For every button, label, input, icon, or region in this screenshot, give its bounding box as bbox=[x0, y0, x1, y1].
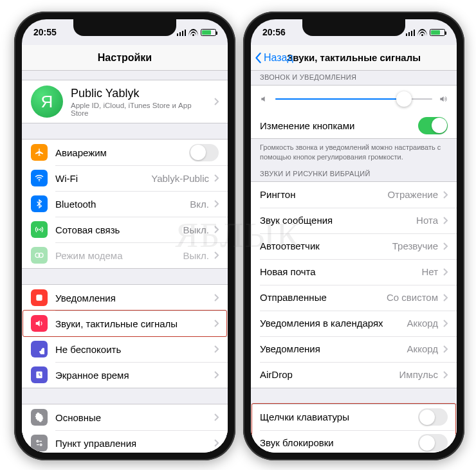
chevron-right-icon bbox=[214, 371, 219, 379]
navbar: Назад Звуки, тактильные сигналы bbox=[251, 45, 457, 71]
chevron-right-icon bbox=[214, 294, 219, 302]
volume-low-icon bbox=[260, 95, 269, 104]
ringer-footer: Громкость звонка и уведомлений можно нас… bbox=[251, 139, 457, 168]
phone-left: 20:55 Настройки Я Public Yablyk bbox=[14, 12, 235, 460]
svg-point-7 bbox=[37, 440, 39, 442]
ringer-slider[interactable] bbox=[275, 98, 432, 100]
navbar: Настройки bbox=[22, 45, 228, 71]
chevron-right-icon bbox=[214, 413, 219, 421]
svg-rect-4 bbox=[36, 294, 42, 300]
row-ringtone[interactable]: РингтонОтражение bbox=[251, 182, 457, 208]
section-ringer: ЗВОНОК И УВЕДОМЛЕНИЯ bbox=[251, 71, 457, 85]
profile-row[interactable]: Я Public Yablyk Apple ID, iCloud, iTunes… bbox=[22, 80, 228, 123]
notifications-icon bbox=[31, 289, 48, 306]
row-wifi[interactable]: Wi-Fi Yablyk-Public bbox=[22, 165, 228, 191]
chevron-right-icon bbox=[214, 200, 219, 208]
row-hotspot[interactable]: Режим модема Выкл. bbox=[22, 242, 228, 268]
row-sounds[interactable]: Звуки, тактильные сигналы bbox=[22, 311, 228, 336]
row-screentime[interactable]: Экранное время bbox=[22, 362, 228, 388]
chevron-right-icon bbox=[214, 320, 219, 327]
row-sentmail[interactable]: ОтправленныеСо свистом bbox=[251, 285, 457, 311]
screentime-icon bbox=[31, 366, 48, 383]
chevron-right-icon bbox=[214, 345, 219, 353]
chevron-right-icon bbox=[214, 174, 219, 182]
chevron-right-icon bbox=[443, 268, 448, 276]
avatar: Я bbox=[31, 86, 63, 118]
section-patterns: ЗВУКИ И РИСУНКИ ВИБРАЦИЙ bbox=[251, 168, 457, 181]
signal-icon bbox=[177, 29, 187, 36]
status-time: 20:56 bbox=[262, 27, 286, 37]
change-buttons-toggle[interactable] bbox=[418, 117, 448, 134]
row-keyboard-clicks[interactable]: Щелчки клавиатуры bbox=[251, 404, 457, 430]
gear-icon bbox=[31, 409, 48, 426]
row-bluetooth[interactable]: Bluetooth Вкл. bbox=[22, 191, 228, 217]
airplane-toggle[interactable] bbox=[189, 144, 219, 161]
volume-high-icon bbox=[439, 95, 448, 104]
row-texttone[interactable]: Звук сообщенияНота bbox=[251, 208, 457, 233]
status-time: 20:55 bbox=[33, 27, 57, 37]
row-notifications[interactable]: Уведомления bbox=[22, 285, 228, 311]
back-button[interactable]: Назад bbox=[255, 45, 293, 70]
chevron-right-icon bbox=[443, 371, 448, 379]
wifi-icon bbox=[188, 29, 198, 36]
row-change-with-buttons[interactable]: Изменение кнопками bbox=[251, 113, 457, 138]
control-center-icon bbox=[31, 435, 48, 451]
bluetooth-icon bbox=[31, 195, 48, 212]
svg-point-0 bbox=[39, 181, 40, 182]
wifi-settings-icon bbox=[31, 170, 48, 186]
signal-icon bbox=[406, 29, 416, 36]
chevron-right-icon bbox=[443, 320, 448, 327]
row-general[interactable]: Основные bbox=[22, 404, 228, 430]
airplane-icon bbox=[31, 144, 48, 161]
ringer-slider-row[interactable] bbox=[251, 86, 457, 113]
chevron-right-icon bbox=[443, 242, 448, 250]
notch bbox=[302, 19, 405, 36]
chevron-right-icon bbox=[214, 251, 219, 259]
chevron-right-icon bbox=[214, 98, 219, 105]
battery-icon bbox=[201, 29, 216, 36]
row-airdrop[interactable]: AirDropИмпульс bbox=[251, 362, 457, 388]
keyboard-clicks-toggle[interactable] bbox=[418, 408, 448, 426]
row-control-center[interactable]: Пункт управления bbox=[22, 430, 228, 453]
wifi-icon bbox=[417, 29, 427, 36]
row-dnd[interactable]: Не беспокоить bbox=[22, 336, 228, 362]
phone-right: 20:56 Назад Звуки, тактильные сигналы ЗВ… bbox=[243, 12, 464, 460]
row-reminder-alerts[interactable]: УведомленияАккорд bbox=[251, 336, 457, 362]
row-newmail[interactable]: Новая почтаНет bbox=[251, 259, 457, 285]
lock-sound-toggle[interactable] bbox=[418, 434, 448, 451]
row-airplane[interactable]: Авиарежим bbox=[22, 140, 228, 165]
svg-point-1 bbox=[39, 229, 40, 230]
chevron-right-icon bbox=[214, 439, 219, 447]
notch bbox=[73, 19, 176, 36]
chevron-right-icon bbox=[214, 226, 219, 233]
profile-sub: Apple ID, iCloud, iTunes Store и App Sto… bbox=[71, 102, 209, 117]
row-cellular[interactable]: Сотовая связь Выкл. bbox=[22, 217, 228, 242]
svg-point-8 bbox=[40, 444, 42, 446]
navbar-title: Звуки, тактильные сигналы bbox=[287, 52, 421, 63]
battery-icon bbox=[430, 29, 445, 36]
chevron-left-icon bbox=[255, 52, 262, 64]
chevron-right-icon bbox=[443, 191, 448, 199]
row-calendar-alerts[interactable]: Уведомления в календаряхАккорд bbox=[251, 311, 457, 336]
sounds-icon bbox=[31, 315, 48, 332]
row-voicemail[interactable]: АвтоответчикТрезвучие bbox=[251, 233, 457, 259]
chevron-right-icon bbox=[443, 217, 448, 224]
navbar-title: Настройки bbox=[98, 52, 152, 64]
row-lock-sound[interactable]: Звук блокировки bbox=[251, 430, 457, 453]
cellular-icon bbox=[31, 221, 48, 238]
chevron-right-icon bbox=[443, 345, 448, 353]
profile-name: Public Yablyk bbox=[71, 87, 209, 100]
dnd-icon bbox=[31, 341, 48, 357]
hotspot-icon bbox=[31, 247, 48, 264]
chevron-right-icon bbox=[443, 294, 448, 302]
